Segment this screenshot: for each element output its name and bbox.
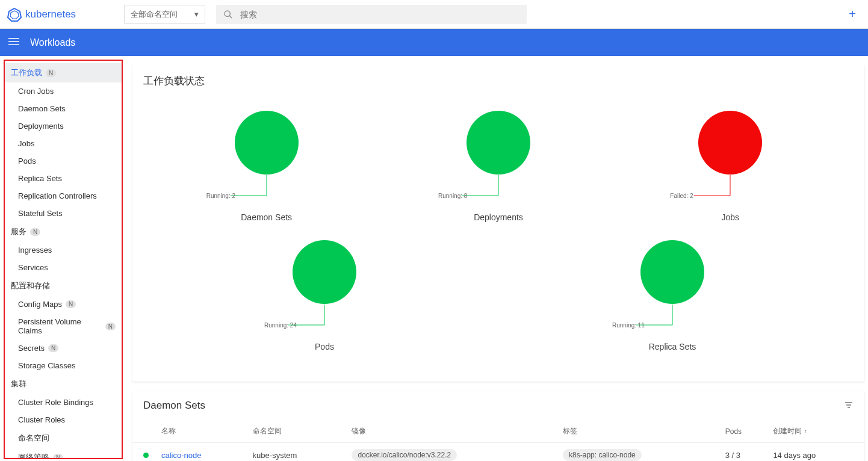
svg-rect-5 bbox=[8, 41, 19, 42]
sidebar-item[interactable]: 命名空间 bbox=[5, 429, 122, 448]
workload-status-title: 工作负载状态 bbox=[132, 64, 864, 93]
col-pods[interactable]: Pods bbox=[721, 420, 769, 443]
sidebar-item[interactable]: Config MapsN bbox=[5, 295, 122, 313]
sidebar-item[interactable]: Cluster Role Bindings bbox=[5, 394, 122, 411]
status-chart: Running: 2 Daemon Sets bbox=[176, 105, 357, 222]
cell-created: 14 days ago bbox=[768, 443, 864, 462]
plus-icon: + bbox=[849, 7, 856, 20]
sidebar-item-label: Persistent Volume Claims bbox=[18, 317, 102, 335]
sidebar-item[interactable]: Pods bbox=[5, 152, 122, 170]
sidebar-item-label: Jobs bbox=[18, 139, 34, 148]
main-content: 工作负载状态 Running: 2 Daemon Sets Running: 8… bbox=[123, 56, 868, 461]
sidebar-item[interactable]: SecretsN bbox=[5, 339, 122, 357]
badge-n: N bbox=[105, 323, 116, 330]
sidebar-item-label: Cluster Role Bindings bbox=[18, 398, 93, 407]
page-title: Workloads bbox=[30, 37, 75, 48]
sidebar-item-label: Daemon Sets bbox=[18, 104, 66, 113]
donut-wrap: Running: 11 bbox=[612, 234, 733, 339]
donut-chart bbox=[293, 240, 356, 304]
donut-wrap: Running: 8 bbox=[438, 105, 559, 210]
sidebar-item-label: Replication Controllers bbox=[18, 191, 97, 200]
search-input[interactable] bbox=[240, 10, 519, 19]
label-chip: k8s-app: calico-node bbox=[563, 449, 642, 461]
search-box[interactable] bbox=[216, 5, 527, 24]
sidebar-item-label: Config Maps bbox=[18, 300, 62, 309]
filter-button[interactable] bbox=[844, 400, 854, 412]
sidebar-item[interactable]: Storage Classes bbox=[5, 357, 122, 374]
donut-chart bbox=[235, 111, 299, 175]
sidebar-item-label: Replica Sets bbox=[18, 174, 62, 183]
sidebar-item[interactable]: Ingresses bbox=[5, 241, 122, 259]
chart-status-label: Running: 24 bbox=[264, 322, 297, 329]
status-chart: Failed: 2 Jobs bbox=[640, 105, 820, 222]
daemon-sets-header: Daemon Sets bbox=[132, 391, 864, 420]
sidebar-item[interactable]: Replica Sets bbox=[5, 170, 122, 187]
col-created[interactable]: 创建时间 ↑ bbox=[768, 420, 864, 443]
sidebar-item-label: Storage Classes bbox=[18, 361, 75, 370]
badge-n: N bbox=[30, 228, 40, 236]
badge-n: N bbox=[66, 300, 76, 308]
sidebar-item-label: Secrets bbox=[18, 344, 45, 353]
sidebar-item[interactable]: Persistent Volume ClaimsN bbox=[5, 313, 122, 339]
donut-wrap: Running: 24 bbox=[264, 234, 385, 339]
svg-line-3 bbox=[229, 16, 232, 18]
sidebar-item-label: Deployments bbox=[18, 122, 64, 131]
sidebar-section[interactable]: 配置和存储 bbox=[5, 276, 122, 295]
sidebar-item[interactable]: Jobs bbox=[5, 135, 122, 152]
svg-rect-4 bbox=[8, 38, 19, 39]
status-grid: Running: 2 Daemon Sets Running: 8 Deploy… bbox=[132, 93, 864, 382]
col-labels[interactable]: 标签 bbox=[558, 420, 721, 443]
sidebar-section-label: 工作负载 bbox=[11, 67, 42, 78]
sidebar-item[interactable]: Services bbox=[5, 259, 122, 276]
table-row[interactable]: calico-node kube-system docker.io/calico… bbox=[132, 443, 864, 462]
col-name[interactable]: 名称 bbox=[157, 420, 248, 443]
sidebar-section[interactable]: 服务N bbox=[5, 222, 122, 241]
status-chart: Running: 24 Pods bbox=[234, 234, 415, 351]
donut-chart bbox=[698, 111, 762, 175]
svg-rect-6 bbox=[8, 45, 19, 46]
svg-point-2 bbox=[225, 11, 230, 16]
namespace-selector-label: 全部命名空间 bbox=[131, 9, 178, 20]
col-namespace[interactable]: 命名空间 bbox=[248, 420, 347, 443]
sidebar-item[interactable]: Cron Jobs bbox=[5, 82, 122, 100]
sidebar-item-label: Cron Jobs bbox=[18, 87, 54, 96]
cell-namespace: kube-system bbox=[248, 443, 347, 462]
cell-pods: 3 / 3 bbox=[721, 443, 769, 462]
sidebar-section[interactable]: 集群 bbox=[5, 374, 122, 394]
sidebar-item[interactable]: Daemon Sets bbox=[5, 100, 122, 117]
sidebar: 工作负载NCron JobsDaemon SetsDeploymentsJobs… bbox=[4, 60, 123, 459]
donut-wrap: Running: 2 bbox=[206, 105, 327, 210]
chart-status-label: Running: 2 bbox=[206, 193, 235, 199]
badge-n: N bbox=[53, 454, 63, 460]
donut-chart bbox=[467, 111, 530, 175]
sidebar-item[interactable]: 网络策略N bbox=[5, 448, 122, 459]
col-images[interactable]: 镜像 bbox=[347, 420, 558, 443]
chart-status-label: Running: 11 bbox=[612, 322, 645, 329]
chart-status-label: Failed: 2 bbox=[670, 193, 693, 199]
donut-wrap: Failed: 2 bbox=[670, 105, 790, 210]
sidebar-item[interactable]: Replication Controllers bbox=[5, 187, 122, 205]
sidebar-item[interactable]: Stateful Sets bbox=[5, 205, 122, 222]
brand-logo[interactable]: kubernetes bbox=[7, 7, 76, 22]
sidebar-item-label: Services bbox=[18, 263, 48, 272]
sidebar-item[interactable]: Deployments bbox=[5, 117, 122, 135]
sidebar-section[interactable]: 工作负载N bbox=[5, 63, 122, 82]
chart-title: Pods bbox=[315, 342, 334, 351]
sidebar-item[interactable]: Cluster Roles bbox=[5, 411, 122, 429]
svg-marker-1 bbox=[10, 11, 19, 19]
sidebar-item-label: 命名空间 bbox=[18, 433, 49, 444]
sidebar-section-label: 配置和存储 bbox=[11, 280, 50, 291]
top-bar: kubernetes 全部命名空间 ▾ + bbox=[0, 0, 868, 29]
daemon-sets-title: Daemon Sets bbox=[143, 400, 844, 412]
chart-title: Daemon Sets bbox=[241, 212, 292, 222]
badge-n: N bbox=[46, 69, 56, 77]
resource-name-link[interactable]: calico-node bbox=[161, 451, 202, 460]
sort-asc-icon: ↑ bbox=[804, 428, 807, 435]
sidebar-item-label: 网络策略 bbox=[18, 452, 49, 459]
donut-chart bbox=[640, 240, 704, 304]
namespace-selector[interactable]: 全部命名空间 ▾ bbox=[124, 5, 205, 24]
menu-toggle[interactable] bbox=[8, 36, 19, 49]
header-bar: Workloads bbox=[0, 29, 868, 56]
sidebar-item-label: Cluster Roles bbox=[18, 415, 65, 424]
create-button[interactable]: + bbox=[844, 7, 861, 21]
